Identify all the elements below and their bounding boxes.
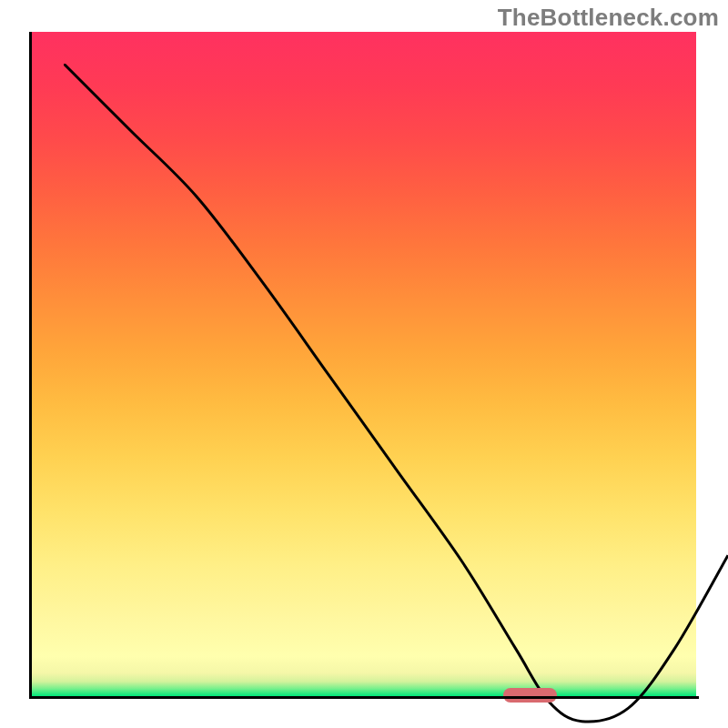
optimum-marker-pill	[503, 688, 556, 703]
chart-frame: TheBottleneck.com	[0, 0, 728, 728]
y-axis-line	[29, 32, 32, 699]
x-axis-line	[29, 696, 699, 699]
curve-path	[64, 64, 728, 722]
bottleneck-curve	[64, 64, 728, 728]
plot-area	[32, 32, 696, 696]
watermark-text: TheBottleneck.com	[498, 4, 719, 32]
